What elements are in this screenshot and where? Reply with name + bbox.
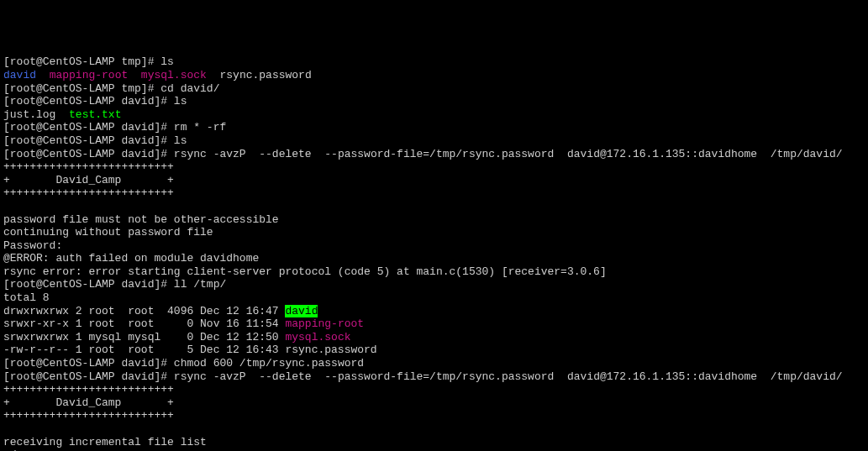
prompt-line: [root@CentOS-LAMP david]# rsync -avzP --… xyxy=(3,370,843,383)
command: ls xyxy=(174,95,187,108)
socket-mysql: mysql.sock xyxy=(285,331,350,343)
ll-row: srwxrwxrwx 1 mysql mysql 0 Dec 12 12:50 … xyxy=(3,331,350,343)
prompt: [root@CentOS-LAMP david]# xyxy=(3,278,174,291)
socket-mysql: mysql.sock xyxy=(141,69,207,81)
prompt-line: [root@CentOS-LAMP david]# rm * -rf xyxy=(3,121,226,134)
terminal[interactable]: [root@CentOS-LAMP tmp]# ls david mapping… xyxy=(3,55,865,451)
prompt-line: [root@CentOS-LAMP david]# chmod 600 /tmp… xyxy=(3,357,364,370)
prompt: [root@CentOS-LAMP david]# xyxy=(3,357,174,370)
prompt: [root@CentOS-LAMP david]# xyxy=(3,134,174,147)
command: chmod 600 /tmp/rsync.password xyxy=(174,357,364,370)
ll-row: -rw-r--r-- 1 root root 5 Dec 12 16:43 rs… xyxy=(3,343,377,356)
ll-row: srwxr-xr-x 1 root root 0 Nov 16 11:54 ma… xyxy=(3,317,364,330)
banner-line: + David_Camp + xyxy=(3,174,174,186)
command: ls xyxy=(160,55,174,68)
ll-total: total 8 xyxy=(3,291,50,304)
prompt: [root@CentOS-LAMP david]# xyxy=(3,370,174,383)
prompt: [root@CentOS-LAMP david]# xyxy=(3,95,174,108)
prompt-line: [root@CentOS-LAMP david]# ls xyxy=(3,134,187,147)
prompt-line: [root@CentOS-LAMP tmp]# cd david/ xyxy=(3,82,219,95)
command: rsync -avzP --delete --password-file=/tm… xyxy=(174,148,843,160)
prompt: [root@CentOS-LAMP david]# xyxy=(3,121,174,134)
prompt: [root@CentOS-LAMP david]# xyxy=(3,148,174,160)
command: rm * -rf xyxy=(174,121,226,134)
prompt-line: [root@CentOS-LAMP david]# ls xyxy=(3,95,187,108)
banner-line: ++++++++++++++++++++++++++ xyxy=(3,383,174,396)
file-just-log: just.log xyxy=(3,108,55,121)
banner-line: ++++++++++++++++++++++++++ xyxy=(3,160,174,173)
error-line: password file must not be other-accessib… xyxy=(3,213,279,226)
error-line: continuing without password file xyxy=(3,226,213,239)
error-line: rsync error: error starting client-serve… xyxy=(3,265,607,278)
command: cd david/ xyxy=(160,82,219,95)
command: ll /tmp/ xyxy=(174,278,226,291)
socket-mapping-root: mapping-root xyxy=(285,317,364,330)
prompt: [root@CentOS-LAMP tmp]# xyxy=(3,82,160,95)
password-prompt: Password: xyxy=(3,239,62,252)
prompt-line: [root@CentOS-LAMP david]# rsync -avzP --… xyxy=(3,148,843,160)
ll-row: drwxrwxrwx 2 root root 4096 Dec 12 16:47… xyxy=(3,305,318,317)
prompt: [root@CentOS-LAMP tmp]# xyxy=(3,55,160,68)
file-rsync-password: rsync.password xyxy=(219,69,311,81)
dir-david: david xyxy=(3,69,36,81)
blank-line xyxy=(3,422,10,435)
rsync-output: receiving incremental file list xyxy=(3,436,207,448)
ls-output: david mapping-root mysql.sock rsync.pass… xyxy=(3,69,312,81)
ls-output: just.log test.txt xyxy=(3,108,121,121)
banner-line: + David_Camp + xyxy=(3,396,174,409)
dir-david-highlighted: david xyxy=(285,305,318,317)
blank-line xyxy=(3,200,10,212)
error-line: @ERROR: auth failed on module davidhome xyxy=(3,252,259,265)
banner-line: ++++++++++++++++++++++++++ xyxy=(3,186,174,199)
prompt-line: [root@CentOS-LAMP tmp]# ls xyxy=(3,55,174,68)
command: rsync -avzP --delete --password-file=/tm… xyxy=(174,370,843,383)
banner-line: ++++++++++++++++++++++++++ xyxy=(3,409,174,422)
command: ls xyxy=(174,134,187,147)
file-test-txt: test.txt xyxy=(69,108,121,121)
prompt-line: [root@CentOS-LAMP david]# ll /tmp/ xyxy=(3,278,226,291)
socket-mapping-root: mapping-root xyxy=(50,69,129,81)
